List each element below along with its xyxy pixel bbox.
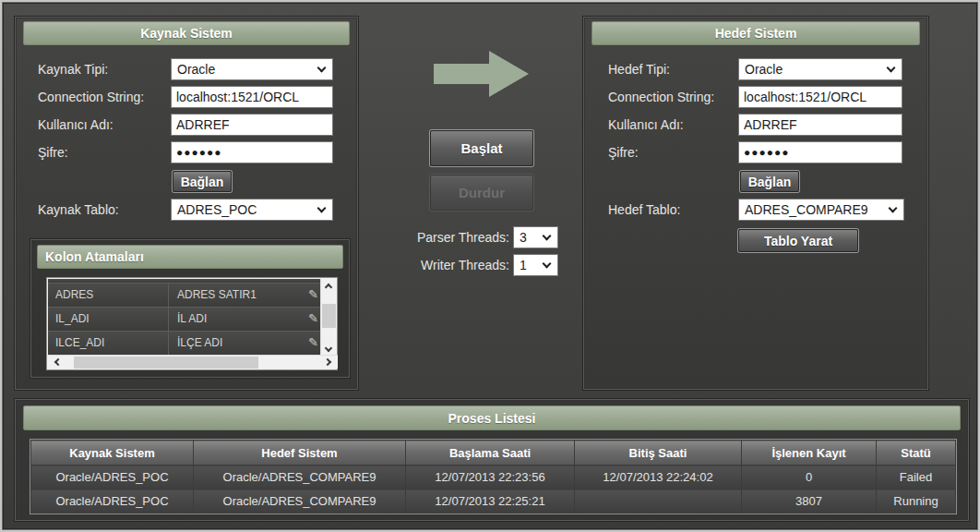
writer-threads-label: Writer Threads: xyxy=(389,258,509,272)
mapping-source-cell: IL_ADI xyxy=(55,312,90,325)
status-cell: Running xyxy=(877,490,956,514)
target-panel-title: Hedef Sistem xyxy=(715,26,797,41)
parser-threads-value: 3 xyxy=(520,230,527,245)
mapping-row[interactable]: IL_ADI İL ADI ✎ xyxy=(48,308,321,332)
col-status[interactable]: Statü xyxy=(877,441,956,466)
target-connection-label: Connection String: xyxy=(608,90,714,104)
target-table-label: Hedef Tablo: xyxy=(608,202,680,217)
writer-threads-select[interactable]: 1 xyxy=(513,254,558,276)
target-connection-input[interactable] xyxy=(738,86,902,108)
cell-processed-records: 3807 xyxy=(742,490,877,514)
chevron-down-icon xyxy=(317,204,327,213)
target-type-value: Oracle xyxy=(745,62,783,77)
mapping-row[interactable]: ILCE_ADI İLÇE ADI ✎ xyxy=(48,332,321,356)
target-type-label: Hedef Tipi: xyxy=(608,62,670,77)
mapping-source-cell: ILCE_ADI xyxy=(55,336,104,349)
table-row[interactable]: Oracle/ADRES_POC Oracle/ADRES_COMPARE9 1… xyxy=(31,490,956,514)
target-panel: Hedef Sistem Hedef Tipi: Oracle Connecti… xyxy=(583,17,928,390)
source-type-label: Kaynak Tipi: xyxy=(38,62,108,77)
chevron-down-icon xyxy=(317,64,327,73)
chevron-down-icon xyxy=(543,260,552,269)
stop-button: Durdur xyxy=(430,175,533,211)
pencil-icon[interactable]: ✎ xyxy=(308,287,318,301)
source-username-label: Kullanıcı Adı: xyxy=(38,117,114,132)
target-username-label: Kullanıcı Adı: xyxy=(608,117,684,132)
scroll-up-icon[interactable] xyxy=(325,284,332,291)
source-panel: Kaynak Sistem Kaynak Tipi: Oracle Connec… xyxy=(15,17,358,390)
target-username-input[interactable] xyxy=(738,114,902,136)
source-password-input[interactable] xyxy=(171,141,333,163)
column-mappings-list: ADRES ADRES SATIR1 ✎ IL_ADI İL ADI ✎ ILC… xyxy=(46,277,338,370)
cell-start-time: 12/07/2013 22:25:21 xyxy=(406,490,575,514)
process-list-title: Proses Listesi xyxy=(448,411,536,426)
chevron-down-icon xyxy=(887,64,896,73)
source-username-input[interactable] xyxy=(171,114,333,136)
cell-target-system: Oracle/ADRES_COMPARE9 xyxy=(194,490,406,514)
mapping-source-cell: ADRES xyxy=(55,288,93,301)
target-connect-button[interactable]: Bağlan xyxy=(740,171,799,192)
cell-start-time: 12/07/2013 22:23:56 xyxy=(406,466,575,490)
process-table-header-row: Kaynak Sistem Hedef Sistem Başlama Saati… xyxy=(31,441,956,466)
process-table: Kaynak Sistem Hedef Sistem Başlama Saati… xyxy=(30,440,956,514)
source-panel-header: Kaynak Sistem xyxy=(23,21,350,45)
chevron-down-icon xyxy=(889,204,898,213)
vertical-scrollbar-thumb[interactable] xyxy=(322,304,336,328)
table-row[interactable]: Oracle/ADRES_POC Oracle/ADRES_COMPARE9 1… xyxy=(31,466,956,490)
column-mappings-title: Kolon Atamaları xyxy=(45,249,144,264)
status-cell: Failed xyxy=(877,466,956,490)
mapping-target-cell: ADRES SATIR1 xyxy=(177,288,257,301)
source-type-value: Oracle xyxy=(177,62,215,77)
process-list-header: Proses Listesi xyxy=(23,405,961,430)
source-panel-title: Kaynak Sistem xyxy=(140,26,233,41)
target-panel-header: Hedef Sistem xyxy=(592,21,920,45)
source-table-value: ADRES_POC xyxy=(177,202,257,217)
scroll-down-icon[interactable] xyxy=(325,345,332,352)
col-end-time[interactable]: Bitiş Saati xyxy=(575,441,742,466)
source-table-select[interactable]: ADRES_POC xyxy=(171,199,333,221)
scroll-right-icon[interactable] xyxy=(324,358,331,366)
cell-source-system: Oracle/ADRES_POC xyxy=(31,466,194,490)
source-connection-label: Connection String: xyxy=(38,90,144,104)
target-table-value: ADRES_COMPARE9 xyxy=(745,202,868,217)
app-window: Kaynak Sistem Kaynak Tipi: Oracle Connec… xyxy=(0,0,980,532)
horizontal-scrollbar-thumb[interactable] xyxy=(74,357,258,369)
col-target-system[interactable]: Hedef Sistem xyxy=(194,441,406,466)
target-type-select[interactable]: Oracle xyxy=(738,58,902,80)
mapping-row[interactable]: ADRES ADRES SATIR1 ✎ xyxy=(48,284,321,308)
writer-threads-value: 1 xyxy=(520,258,527,272)
col-processed-records[interactable]: İşlenen Kayıt xyxy=(742,441,877,466)
column-mappings-panel: Kolon Atamaları ADRES ADRES SATIR1 ✎ IL_… xyxy=(30,239,350,378)
process-list-panel: Proses Listesi Kaynak Sistem Hedef Siste… xyxy=(15,399,969,521)
cell-source-system: Oracle/ADRES_POC xyxy=(31,490,194,514)
source-type-select[interactable]: Oracle xyxy=(171,58,333,80)
target-password-input[interactable] xyxy=(738,141,902,163)
parser-threads-label: Parser Threads: xyxy=(389,230,509,245)
mapping-rows: ADRES ADRES SATIR1 ✎ IL_ADI İL ADI ✎ ILC… xyxy=(48,279,321,357)
pencil-icon[interactable]: ✎ xyxy=(308,335,318,349)
parser-threads-select[interactable]: 3 xyxy=(513,226,558,248)
col-start-time[interactable]: Başlama Saati xyxy=(406,441,575,466)
target-table-select[interactable]: ADRES_COMPARE9 xyxy=(738,199,904,221)
mapping-target-cell: İLÇE ADI xyxy=(177,336,222,349)
cell-processed-records: 0 xyxy=(742,466,877,490)
column-divider xyxy=(168,308,169,331)
horizontal-scrollbar[interactable] xyxy=(48,355,338,369)
create-table-button[interactable]: Tablo Yarat xyxy=(738,229,858,252)
cell-end-time xyxy=(575,490,742,514)
target-password-label: Şifre: xyxy=(608,145,639,160)
process-table-wrap: Kaynak Sistem Hedef Sistem Başlama Saati… xyxy=(30,439,957,514)
source-connect-button[interactable]: Bağlan xyxy=(173,171,232,192)
transfer-arrow-icon xyxy=(434,50,530,102)
start-button[interactable]: Başlat xyxy=(430,130,533,166)
col-source-system[interactable]: Kaynak Sistem xyxy=(31,441,194,466)
cell-target-system: Oracle/ADRES_COMPARE9 xyxy=(194,466,406,490)
column-mappings-header: Kolon Atamaları xyxy=(37,245,343,269)
source-password-label: Şifre: xyxy=(38,145,68,160)
chevron-down-icon xyxy=(543,232,552,241)
cell-end-time: 12/07/2013 22:24:02 xyxy=(575,466,742,490)
vertical-scrollbar[interactable] xyxy=(320,279,336,357)
pencil-icon[interactable]: ✎ xyxy=(308,311,318,325)
scroll-left-icon[interactable] xyxy=(54,358,62,366)
column-divider xyxy=(168,332,169,355)
source-connection-input[interactable] xyxy=(171,86,333,108)
